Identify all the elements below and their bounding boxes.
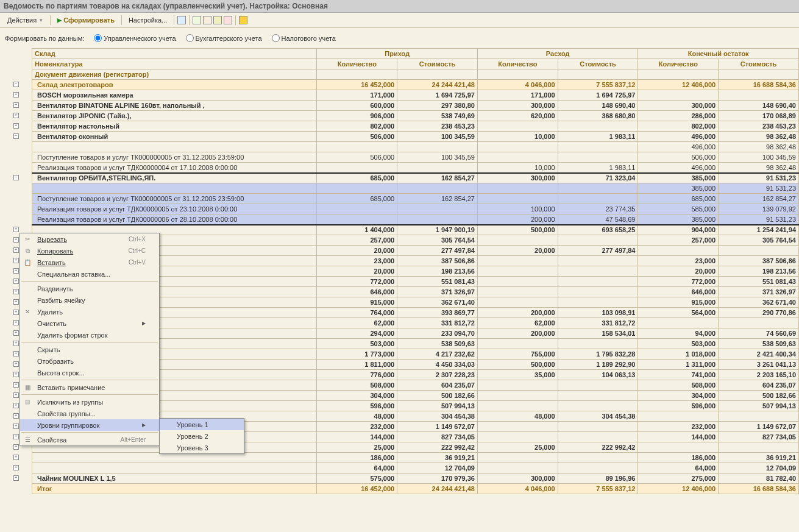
expand-icon[interactable]: + [13, 361, 19, 367]
ctx-split[interactable]: Разбить ячейку [20, 294, 159, 306]
expand-icon[interactable]: + [13, 102, 19, 108]
expand-icon[interactable]: + [13, 299, 19, 305]
expand-icon[interactable]: + [13, 465, 19, 470]
expand-icon[interactable]: + [13, 444, 19, 450]
separator [189, 15, 190, 25]
toolbar-icon-5[interactable] [224, 16, 232, 24]
context-menu[interactable]: ✂ВырезатьCtrl+X ⧉КопироватьCtrl+C 📋Встав… [20, 233, 160, 446]
actions-menu[interactable]: Действия ▼ [4, 15, 47, 25]
expand-icon[interactable]: + [13, 424, 19, 429]
table-row[interactable]: 385,00091 531,23 [32, 183, 799, 194]
ctx-show[interactable]: Отобразить [20, 355, 159, 367]
table-row[interactable]: Вентилятор настольный802,000238 453,2380… [32, 121, 799, 132]
ctx-properties[interactable]: ☰СвойстваAlt+Enter [20, 434, 159, 445]
ctx-delete[interactable]: ✕Удалить [20, 306, 159, 317]
ctx-clear[interactable]: Очистить▶ [20, 317, 159, 329]
ctx-delete-format[interactable]: Удалить формат строк [20, 329, 159, 341]
expand-icon[interactable]: + [13, 351, 19, 356]
cell-value [558, 183, 638, 194]
expand-icon[interactable]: + [13, 258, 19, 263]
expand-icon[interactable]: + [13, 475, 19, 481]
ctx-paste-special[interactable]: Специальная вставка... [20, 268, 159, 280]
form-button[interactable]: Сформировать [54, 15, 118, 25]
toolbar-icon-2[interactable] [193, 16, 201, 24]
ctx-level-3[interactable]: Уровень 3 [160, 442, 244, 453]
expand-icon[interactable]: + [13, 247, 19, 253]
expand-icon[interactable]: + [13, 123, 19, 129]
table-row[interactable]: Итог16 452,00024 244 421,484 046,0007 55… [32, 484, 799, 494]
table-row[interactable]: Поступление товаров и услуг ТК000000005 … [32, 194, 799, 204]
cell-value: 305 764,54 [719, 235, 799, 246]
cell-value: 200,000 [477, 308, 558, 318]
ctx-exclude[interactable]: ⊟Исключить из группы [20, 396, 159, 408]
cell-value: 200,000 [477, 328, 558, 339]
cell-value [558, 339, 638, 349]
table-row[interactable]: Реализация товаров и услуг ТДК00000004 о… [32, 163, 799, 173]
cell-value [558, 152, 638, 163]
ctx-level-1[interactable]: Уровень 1 [160, 419, 244, 430]
radio-tax[interactable]: Налогового учета [272, 34, 336, 42]
table-row[interactable]: Вентилятор BINATONE ALPINE 160вт, наполь… [32, 101, 799, 111]
ctx-group-levels[interactable]: Уровни группировок▶ Уровень 1 Уровень 2 … [20, 419, 159, 431]
cell-value: 148 690,40 [558, 101, 638, 111]
table-row[interactable]: Реализация товаров и услуг ТДК00000006 о… [32, 215, 799, 225]
cell-value [558, 194, 638, 204]
table-row[interactable]: Склад электротоваров16 452,00024 244 421… [32, 80, 799, 90]
expand-icon[interactable]: + [13, 289, 19, 294]
ctx-paste[interactable]: 📋ВставитьCtrl+V [20, 257, 159, 268]
table-row[interactable]: BOSCH морозильная камера171,0001 694 725… [32, 90, 799, 101]
toolbar-icon-3[interactable] [203, 16, 211, 24]
expand-icon[interactable]: + [13, 413, 19, 419]
collapse-icon[interactable]: − [13, 175, 19, 180]
cell-value: 1 694 725,97 [397, 90, 478, 101]
ctx-hide[interactable]: Скрыть [20, 344, 159, 355]
ctx-insert-note[interactable]: ▦Вставить примечание [20, 381, 159, 393]
expand-icon[interactable]: + [13, 320, 19, 325]
cell-value: 200,000 [477, 215, 558, 225]
ctx-level-2[interactable]: Уровень 2 [160, 430, 244, 442]
ctx-copy[interactable]: ⧉КопироватьCtrl+C [20, 245, 159, 257]
radio-accounting[interactable]: Бухгалтерского учета [186, 34, 262, 42]
toolbar-icon-4[interactable] [213, 16, 222, 24]
table-row[interactable]: xxxxxxxxxxxxxx64,00012 704,0964,00012 70… [32, 463, 799, 473]
ctx-expand[interactable]: Раздвинуть [20, 283, 159, 294]
table-row[interactable]: Вентилятор оконный506,000100 345,5910,00… [32, 132, 799, 142]
table-row[interactable]: xxxxxxxxxxxxxx186,00036 919,21186,00036 … [32, 453, 799, 463]
expand-icon[interactable]: + [13, 227, 19, 232]
expand-icon[interactable]: + [13, 310, 19, 315]
cell-value: 1 018,000 [638, 349, 719, 360]
help-icon[interactable] [239, 16, 247, 24]
expand-icon[interactable]: + [13, 403, 19, 408]
expand-icon[interactable]: + [13, 372, 19, 377]
table-row[interactable]: Реализация товаров и услуг ТДК00000005 о… [32, 204, 799, 215]
cell-value: 1 149 672,07 [719, 422, 799, 432]
toolbar-icon-1[interactable] [177, 16, 186, 24]
expand-icon[interactable]: + [13, 278, 19, 284]
ctx-row-height[interactable]: Высота строк... [20, 367, 159, 378]
table-row[interactable]: Вентилятор JIPONIC (Тайв.),906,000538 74… [32, 111, 799, 121]
expand-icon[interactable]: + [13, 392, 19, 398]
table-row[interactable]: Поступление товаров и услуг ТК000000005 … [32, 152, 799, 163]
expand-icon[interactable]: + [13, 382, 19, 388]
table-row[interactable]: Вентилятор ОРБИТА,STERLING,ЯП.685,000162… [32, 173, 799, 183]
expand-icon[interactable]: + [13, 268, 19, 274]
expand-icon[interactable]: + [13, 434, 19, 439]
cell-value: 16 452,000 [317, 80, 397, 90]
radio-management[interactable]: Управленческого учета [94, 34, 176, 42]
collapse-icon[interactable]: − [13, 133, 19, 139]
expand-icon[interactable]: + [13, 455, 19, 460]
expand-icon[interactable]: + [13, 330, 19, 336]
expand-icon[interactable]: + [13, 341, 19, 346]
cell-value [477, 256, 558, 266]
ctx-group-props[interactable]: Свойства группы... [20, 408, 159, 419]
table-row[interactable]: 496,00098 362,48 [32, 142, 799, 152]
ctx-cut[interactable]: ✂ВырезатьCtrl+X [20, 233, 159, 245]
table-row[interactable]: Чайник MOULINEX L 1,5575,000170 979,3630… [32, 473, 799, 484]
expand-icon[interactable]: + [13, 237, 19, 243]
expand-icon[interactable]: + [13, 113, 19, 118]
collapse-icon[interactable]: − [13, 82, 19, 87]
cell-value [558, 266, 638, 277]
expand-icon[interactable]: + [13, 92, 19, 98]
levels-submenu[interactable]: Уровень 1 Уровень 2 Уровень 3 [159, 418, 244, 454]
settings-button[interactable]: Настройка... [125, 15, 171, 25]
